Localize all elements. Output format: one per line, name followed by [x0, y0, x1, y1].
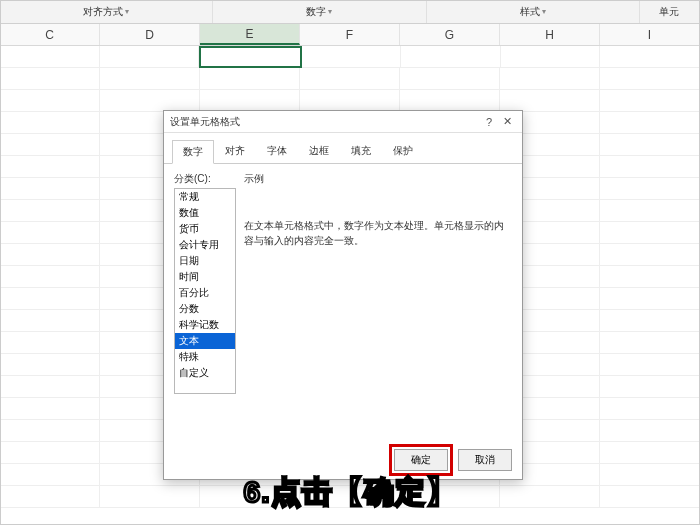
tab-number[interactable]: 数字 [172, 140, 214, 164]
column-headers: C D E F G H I [0, 24, 700, 46]
col-header[interactable]: H [500, 24, 600, 45]
active-cell[interactable] [199, 46, 302, 68]
dropdown-icon: ▾ [125, 7, 129, 16]
ok-button[interactable]: 确定 [394, 449, 448, 471]
dialog-footer: 确定 取消 [164, 441, 522, 479]
format-description: 在文本单元格格式中，数字作为文本处理。单元格显示的内容与输入的内容完全一致。 [244, 218, 512, 248]
col-header[interactable]: C [0, 24, 100, 45]
dialog-tabs: 数字 对齐 字体 边框 填充 保护 [164, 133, 522, 164]
col-header[interactable]: D [100, 24, 200, 45]
category-item[interactable]: 科学记数 [175, 317, 235, 333]
category-item[interactable]: 常规 [175, 189, 235, 205]
dropdown-icon: ▾ [328, 7, 332, 16]
ribbon-group-cell[interactable]: 单元 [640, 0, 700, 23]
category-item[interactable]: 百分比 [175, 285, 235, 301]
category-label: 分类(C): [174, 172, 236, 186]
category-item[interactable]: 数值 [175, 205, 235, 221]
category-item[interactable]: 时间 [175, 269, 235, 285]
tab-fill[interactable]: 填充 [340, 139, 382, 163]
example-label: 示例 [244, 172, 512, 186]
tab-font[interactable]: 字体 [256, 139, 298, 163]
category-item-selected[interactable]: 文本 [175, 333, 235, 349]
category-item[interactable]: 自定义 [175, 365, 235, 381]
format-cells-dialog: 设置单元格格式 ? ✕ 数字 对齐 字体 边框 填充 保护 分类(C): 常规 … [163, 110, 523, 480]
col-header[interactable]: I [600, 24, 700, 45]
col-header-active[interactable]: E [200, 24, 300, 45]
ribbon: 对齐方式▾ 数字▾ 样式▾ 单元 [0, 0, 700, 24]
help-icon[interactable]: ? [480, 116, 498, 128]
category-item[interactable]: 分数 [175, 301, 235, 317]
category-item[interactable]: 日期 [175, 253, 235, 269]
dialog-pane: 分类(C): 常规 数值 货币 会计专用 日期 时间 百分比 分数 科学记数 文… [164, 164, 522, 441]
ribbon-group-style[interactable]: 样式▾ [427, 0, 640, 23]
category-item[interactable]: 特殊 [175, 349, 235, 365]
close-icon[interactable]: ✕ [498, 115, 516, 128]
example-box [244, 188, 512, 212]
category-listbox[interactable]: 常规 数值 货币 会计专用 日期 时间 百分比 分数 科学记数 文本 特殊 自定… [174, 188, 236, 394]
ribbon-group-number[interactable]: 数字▾ [213, 0, 426, 23]
tab-border[interactable]: 边框 [298, 139, 340, 163]
category-item[interactable]: 会计专用 [175, 237, 235, 253]
dialog-titlebar: 设置单元格格式 ? ✕ [164, 111, 522, 133]
tab-align[interactable]: 对齐 [214, 139, 256, 163]
category-item[interactable]: 货币 [175, 221, 235, 237]
dropdown-icon: ▾ [542, 7, 546, 16]
dialog-title: 设置单元格格式 [170, 115, 480, 129]
col-header[interactable]: F [300, 24, 400, 45]
tab-protect[interactable]: 保护 [382, 139, 424, 163]
col-header[interactable]: G [400, 24, 500, 45]
ribbon-group-align[interactable]: 对齐方式▾ [0, 0, 213, 23]
cancel-button[interactable]: 取消 [458, 449, 512, 471]
